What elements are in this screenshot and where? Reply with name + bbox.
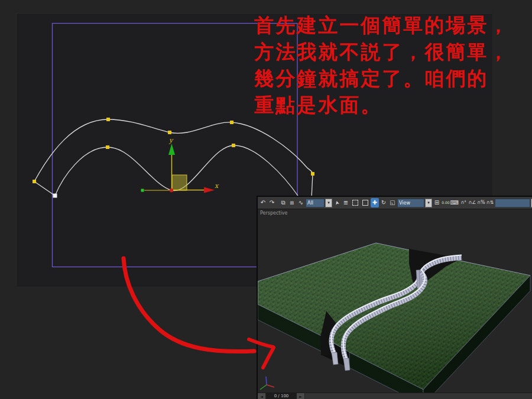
select-and-link-icon[interactable]: ⧉ [279,198,287,207]
wall-outer-end-face [332,352,338,365]
gizmo-x-arrowhead[interactable] [204,187,215,193]
vertex[interactable] [106,145,109,149]
percent-snap-icon[interactable]: ∩% [477,198,485,207]
select-and-rotate-icon[interactable]: ↻ [379,198,388,207]
spinner-snap-icon[interactable]: ∩⇅ [486,198,494,207]
time-slider-track[interactable]: 0 / 100 [266,393,297,399]
vertex[interactable] [230,121,233,124]
window-crossing-icon[interactable] [362,200,368,206]
move-gizmo: y x [141,137,220,193]
tutorial-canvas: y x ↶ ↷ ⧉ ⧈ ∿ All ▾ ➤ ≣ ✚ ↻ ◱ View ▾ ⊞ [0,0,532,399]
terrain-shading [258,243,530,390]
gizmo-center[interactable] [170,189,173,192]
rectangular-selection-region-icon[interactable] [352,200,358,206]
vertex-selected[interactable] [53,194,57,198]
reference-coordinate-system-dropdown[interactable]: View [397,199,424,207]
viewport-label[interactable]: Perspective [260,210,287,216]
tutorial-caption: 首先建立一個簡單的場景， 方法我就不説了，很簡單， 幾分鐘就搞定了。咱們的 重點… [254,12,531,118]
caption-line: 幾分鐘就搞定了。咱們的 [254,65,531,92]
max-perspective-window: ↶ ↷ ⧉ ⧈ ∿ All ▾ ➤ ≣ ✚ ↻ ◱ View ▾ ⊞ 0.00 … [257,196,532,399]
vertex[interactable] [311,172,314,176]
caption-line: 首先建立一個簡單的場景， [254,12,531,38]
gizmo-green-handle[interactable] [141,189,144,192]
snaps-toggle-icon[interactable]: ∩³ [459,198,468,207]
unlink-selection-icon[interactable]: ⧈ [288,198,296,207]
selection-filter-dropdown[interactable]: All [306,199,325,207]
select-object-icon[interactable]: ➤ [331,197,342,208]
next-frame-button[interactable]: ► [297,393,305,399]
world-axis-tripod [260,377,274,390]
redo-icon[interactable]: ↷ [268,198,276,207]
terrain-render [258,209,532,392]
select-and-scale-icon[interactable]: ◱ [388,198,397,207]
use-pivot-point-center-icon[interactable]: ⊞ [433,198,441,207]
caption-line: 重點是水面。 [254,92,531,118]
gizmo-y-label: y [168,137,174,144]
vertex[interactable] [33,180,36,183]
undo-icon[interactable]: ↶ [259,198,267,207]
angle-snap-icon[interactable]: ∩∠ [468,198,476,207]
wall-inner-end-face [343,358,350,371]
caption-line: 方法我就不説了，很簡單， [254,38,531,65]
wall-outline-spline-inner[interactable] [34,145,299,197]
select-by-name-icon[interactable]: ≣ [342,198,350,207]
vertex[interactable] [232,144,235,147]
time-slider-bar: ◄ 0 / 100 ► [258,392,532,399]
keyboard-override-icon[interactable]: ⌨ [450,198,459,207]
select-and-manipulate-icon[interactable]: 0.00 [442,198,450,207]
bind-to-space-warp-icon[interactable]: ∿ [297,198,305,207]
gizmo-xy-plane-handle[interactable] [172,175,187,190]
named-selection-sets-dropdown[interactable] [495,199,530,207]
vertex[interactable] [106,118,110,121]
perspective-viewport[interactable]: Perspective [258,209,532,392]
select-and-move-icon[interactable]: ✚ [371,198,379,207]
main-toolbar: ↶ ↷ ⧉ ⧈ ∿ All ▾ ➤ ≣ ✚ ↻ ◱ View ▾ ⊞ 0.00 … [258,197,532,209]
coord-system-dropdown-arrow[interactable]: ▾ [425,199,432,207]
gizmo-x-label: x [215,182,219,190]
vertex[interactable] [168,131,171,134]
gizmo-y-arrowhead[interactable] [168,144,175,155]
previous-frame-button[interactable]: ◄ [258,393,266,399]
track-bar[interactable] [305,393,532,399]
